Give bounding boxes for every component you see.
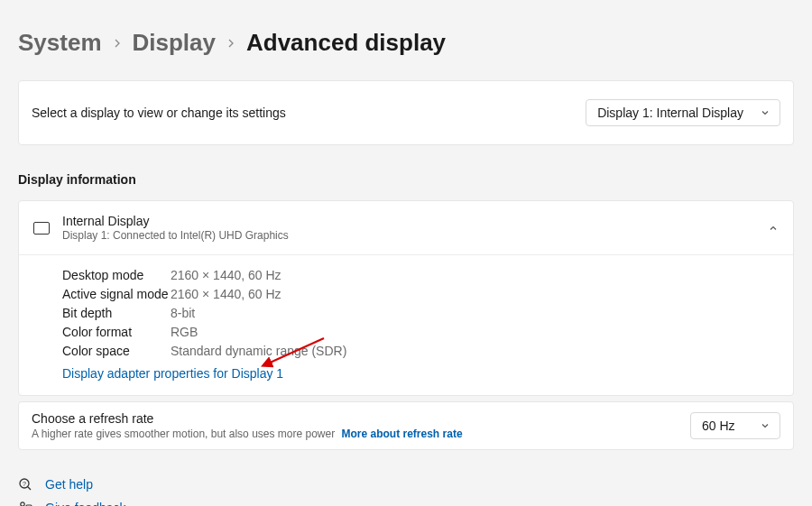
svg-point-5 xyxy=(21,502,24,506)
value: 2160 × 1440, 60 Hz xyxy=(171,268,281,282)
label: Active signal mode xyxy=(62,287,171,301)
get-help-link[interactable]: ? Get help xyxy=(18,477,794,492)
feedback-icon xyxy=(18,501,32,506)
display-info-card: Internal Display Display 1: Connected to… xyxy=(18,200,794,396)
display-selector-card: Select a display to view or change its s… xyxy=(18,80,794,145)
help-icon: ? xyxy=(18,477,32,492)
chevron-down-icon xyxy=(760,420,770,431)
label: Color format xyxy=(62,325,171,339)
give-feedback-link[interactable]: Give feedback xyxy=(18,501,794,506)
monitor-icon xyxy=(33,222,50,235)
label: Bit depth xyxy=(62,306,171,320)
get-help-label: Get help xyxy=(45,477,93,492)
display-information-heading: Display information xyxy=(18,172,794,187)
info-row-bit-depth: Bit depth 8-bit xyxy=(62,306,779,320)
display-adapter-properties-link[interactable]: Display adapter properties for Display 1 xyxy=(62,366,283,381)
info-row-color-format: Color format RGB xyxy=(62,325,779,339)
label: Desktop mode xyxy=(62,268,171,282)
refresh-rate-value: 60 Hz xyxy=(702,419,735,433)
value: 2160 × 1440, 60 Hz xyxy=(171,287,281,301)
display-info-subtitle: Display 1: Connected to Intel(R) UHD Gra… xyxy=(62,229,755,242)
breadcrumb: System Display Advanced display xyxy=(18,29,794,57)
display-info-title: Internal Display xyxy=(62,214,755,228)
refresh-rate-card: Choose a refresh rate A higher rate give… xyxy=(18,401,794,450)
give-feedback-label: Give feedback xyxy=(45,501,126,506)
label: Color space xyxy=(62,344,171,358)
display-selector-dropdown[interactable]: Display 1: Internal Display xyxy=(586,99,780,126)
info-row-desktop-mode: Desktop mode 2160 × 1440, 60 Hz xyxy=(62,268,779,282)
breadcrumb-advanced-display: Advanced display xyxy=(246,29,446,57)
svg-line-3 xyxy=(28,487,31,490)
svg-text:?: ? xyxy=(23,481,26,487)
chevron-up-icon xyxy=(768,223,779,234)
refresh-rate-subtitle: A higher rate gives smoother motion, but… xyxy=(32,428,335,440)
display-selector-label: Select a display to view or change its s… xyxy=(32,106,286,120)
more-about-refresh-rate-link[interactable]: More about refresh rate xyxy=(342,428,463,440)
breadcrumb-display[interactable]: Display xyxy=(133,29,217,57)
display-info-header[interactable]: Internal Display Display 1: Connected to… xyxy=(19,201,793,254)
info-row-active-signal: Active signal mode 2160 × 1440, 60 Hz xyxy=(62,287,779,301)
value: Standard dynamic range (SDR) xyxy=(171,344,346,358)
refresh-rate-dropdown[interactable]: 60 Hz xyxy=(690,412,780,439)
value: 8-bit xyxy=(171,306,195,320)
chevron-right-icon xyxy=(226,35,235,51)
value: RGB xyxy=(171,325,198,339)
info-row-color-space: Color space Standard dynamic range (SDR) xyxy=(62,344,779,358)
refresh-rate-title: Choose a refresh rate xyxy=(32,411,463,426)
chevron-right-icon xyxy=(113,35,122,51)
chevron-down-icon xyxy=(760,107,770,118)
breadcrumb-system[interactable]: System xyxy=(18,29,102,57)
display-selector-value: Display 1: Internal Display xyxy=(597,106,743,120)
